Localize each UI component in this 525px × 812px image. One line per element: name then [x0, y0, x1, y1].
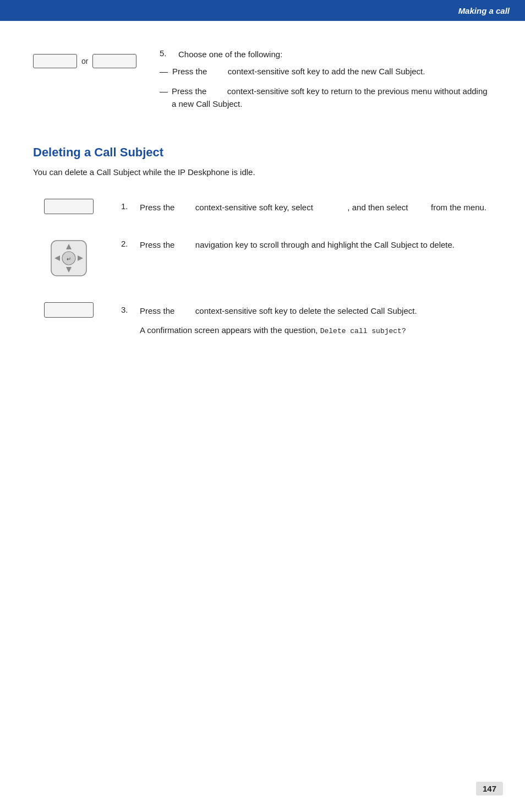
nav-key-svg: ↵	[47, 236, 91, 280]
softkey-btn-1	[33, 54, 77, 68]
steps-container: 1. Press the context-sensitive soft key,…	[33, 199, 492, 336]
step3-main: Press the context-sensitive soft key to …	[140, 306, 417, 315]
delete-code: Delete call subject?	[320, 327, 406, 335]
section-heading: Deleting a Call Subject	[33, 145, 492, 160]
or-label: or	[81, 57, 88, 66]
step3-icon	[33, 302, 105, 318]
step-row-3: 3. Press the context-sensitive soft key …	[33, 302, 492, 336]
step5-bullet-list: — Press the context-sensitive soft key t…	[160, 66, 492, 111]
softkey-rect-3	[44, 302, 94, 318]
bullet-item-2: — Press the context-sensitive soft key t…	[160, 85, 492, 110]
svg-text:↵: ↵	[67, 256, 71, 262]
step5-right: 5. Choose one of the following: — Press …	[160, 48, 492, 118]
step5-number: 5.	[160, 48, 172, 58]
step2-inline: 2. Press the navigation key to scroll th…	[121, 239, 492, 252]
step1-text: 1. Press the context-sensitive soft key,…	[121, 199, 492, 214]
bullet-text-2: Press the context-sensitive soft key to …	[172, 85, 492, 110]
softkey-rect-1	[44, 199, 94, 214]
dash-1: —	[160, 66, 168, 78]
softkey-btn-2	[92, 54, 136, 68]
section-intro: You can delete a Call Subject while the …	[33, 167, 492, 177]
step3-content-block: Press the context-sensitive soft key to …	[140, 305, 417, 336]
header-bar: Making a call	[0, 0, 525, 21]
step5-header: 5. Choose one of the following:	[160, 48, 492, 61]
step1-number: 1.	[121, 201, 133, 211]
step5-left: or	[33, 48, 143, 68]
step2-content: Press the navigation key to scroll throu…	[140, 239, 455, 252]
step3-note: A confirmation screen appears with the q…	[140, 324, 417, 337]
bullet-item-1: — Press the context-sensitive soft key t…	[160, 66, 492, 78]
header-title: Making a call	[458, 6, 510, 15]
step5-intro: Choose one of the following:	[178, 48, 282, 61]
step-row-2: ↵ 2. Press the navigation key to scroll	[33, 236, 492, 280]
step2-text: 2. Press the navigation key to scroll th…	[121, 236, 492, 252]
page-number: 147	[476, 782, 503, 795]
step-row-1: 1. Press the context-sensitive soft key,…	[33, 199, 492, 214]
dash-2: —	[160, 85, 167, 98]
step2-number: 2.	[121, 239, 133, 248]
step5-section: or 5. Choose one of the following: — Pre…	[33, 48, 492, 118]
step3-inline: 3. Press the context-sensitive soft key …	[121, 305, 492, 336]
step3-number: 3.	[121, 305, 133, 314]
bullet-text-1: Press the context-sensitive soft key to …	[172, 66, 425, 78]
step1-content: Press the context-sensitive soft key, se…	[140, 201, 486, 214]
step2-icon: ↵	[33, 236, 105, 280]
step1-icon	[33, 199, 105, 214]
step3-text: 3. Press the context-sensitive soft key …	[121, 302, 492, 336]
step1-inline: 1. Press the context-sensitive soft key,…	[121, 201, 492, 214]
